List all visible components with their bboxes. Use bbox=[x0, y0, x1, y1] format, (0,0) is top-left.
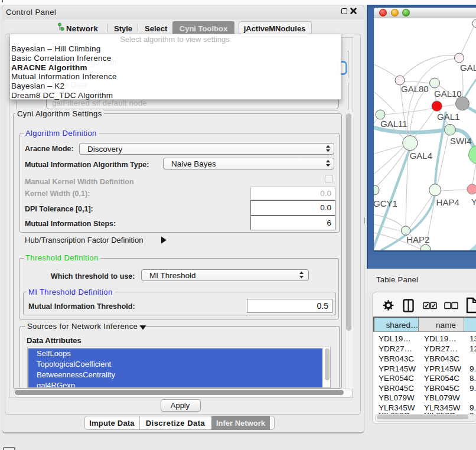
svg-text:HAP2: HAP2 bbox=[406, 234, 429, 244]
svg-text:SWI4: SWI4 bbox=[450, 136, 472, 146]
svg-text:GAL1: GAL1 bbox=[437, 112, 459, 122]
svg-text:Y: Y bbox=[471, 197, 476, 207]
svg-text:GAL10: GAL10 bbox=[434, 89, 462, 99]
svg-text:GAL80: GAL80 bbox=[401, 84, 429, 94]
svg-text:GAL7: GAL7 bbox=[460, 63, 476, 73]
svg-text:HAP4: HAP4 bbox=[436, 197, 459, 207]
svg-text:GAL11: GAL11 bbox=[380, 119, 407, 129]
svg-text:GCY1: GCY1 bbox=[374, 198, 397, 208]
svg-text:GAL4: GAL4 bbox=[410, 151, 432, 161]
